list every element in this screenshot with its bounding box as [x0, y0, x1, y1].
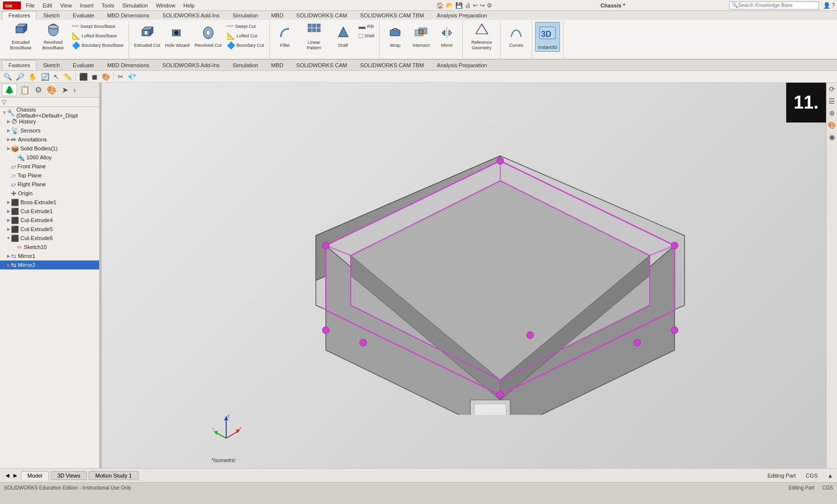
- boundary-cut-button[interactable]: 🔷 Boundary Cut: [225, 41, 266, 50]
- revolved-boss-base-button[interactable]: Revolved Boss/Base: [37, 22, 69, 52]
- tree-item-mirror1[interactable]: ▶ ⇆ Mirror1: [0, 252, 99, 260]
- extruded-boss-base-button[interactable]: Extruded Boss/Base: [5, 22, 36, 52]
- tree-item-cut-extrude4[interactable]: ▶ ⬛ Cut-Extrude4: [0, 216, 99, 225]
- tree-item-sensors[interactable]: ▶ 📡 Sensors: [0, 126, 99, 135]
- draft-button[interactable]: Draft: [331, 22, 356, 52]
- swept-boss-base-button[interactable]: 〰 Swept Boss/Base: [70, 22, 126, 31]
- cut-extrude1-expander[interactable]: ▶: [6, 209, 11, 214]
- print-icon[interactable]: 🖨: [465, 2, 471, 9]
- search-box[interactable]: 🔍: [729, 1, 819, 9]
- ftab-sw-cam-tbm[interactable]: SOLIDWORKS CAM TBM: [354, 60, 430, 70]
- revolved-cut-button[interactable]: Revolved Cut: [193, 22, 224, 52]
- mirror-button[interactable]: Mirror: [434, 22, 459, 52]
- boundary-boss-base-button[interactable]: 🔷 Boundary Boss/Base: [70, 41, 126, 50]
- rp-icon-1[interactable]: ⟳: [828, 84, 836, 95]
- cut-extrude6-expander[interactable]: ▼: [6, 236, 11, 241]
- lofted-boss-base-button[interactable]: 📐 Lofted Boss/Base: [70, 31, 126, 40]
- shell-button[interactable]: □ Shell: [357, 31, 376, 40]
- open-icon[interactable]: 📂: [446, 2, 453, 9]
- appearance-tab[interactable]: 🎨: [45, 84, 59, 96]
- rp-icon-5[interactable]: ◉: [828, 131, 836, 142]
- view-cube-icon[interactable]: ⬛: [78, 72, 89, 82]
- cut-extrude4-expander[interactable]: ▶: [6, 218, 11, 223]
- rp-icon-2[interactable]: ☰: [828, 96, 836, 107]
- tab-3d-views[interactable]: 3D Views: [51, 471, 87, 480]
- swept-cut-button[interactable]: 〰 Swept Cut: [225, 22, 266, 31]
- boss-extrude1-expander[interactable]: ▶: [6, 200, 11, 205]
- menu-view[interactable]: View: [56, 1, 76, 9]
- tree-item-boss-extrude1[interactable]: ▶ ⬛ Boss-Extrude1: [0, 198, 99, 207]
- zoom-to-fit-icon[interactable]: 🔍: [2, 72, 13, 82]
- tree-item-cut-extrude1[interactable]: ▶ ⬛ Cut-Extrude1: [0, 207, 99, 216]
- tab-mbd[interactable]: MBD: [265, 11, 289, 20]
- menu-insert[interactable]: Insert: [76, 1, 98, 9]
- tab-nav-right[interactable]: ▶: [12, 472, 19, 479]
- menu-window[interactable]: Window: [152, 1, 179, 9]
- tree-item-right-plane[interactable]: ▱ Right Plane: [0, 180, 99, 189]
- tree-item-sketch10[interactable]: ✏ Sketch10: [0, 243, 99, 252]
- tree-item-1060alloy[interactable]: 🔩 1060 Alloy: [0, 153, 99, 162]
- rp-icon-3[interactable]: ⊕: [828, 108, 836, 119]
- menu-edit[interactable]: Edit: [39, 1, 56, 9]
- tab-sketch[interactable]: Sketch: [36, 11, 66, 20]
- ftab-mbd-dim[interactable]: MBD Dimensions: [101, 60, 156, 70]
- pan-icon[interactable]: ✋: [27, 72, 38, 82]
- tree-item-mirror2[interactable]: ▶ ⇆ Mirror2: [0, 260, 99, 269]
- help-icon[interactable]: ?: [832, 2, 835, 9]
- tree-root[interactable]: ▼ 🔧 Chassis (Default<<Default>_Displ: [0, 108, 99, 117]
- linear-pattern-button[interactable]: Linear Pattern: [298, 22, 330, 52]
- zoom-icon[interactable]: 🔎: [14, 72, 26, 82]
- ftab-sw-addins[interactable]: SOLIDWORKS Add-Ins: [156, 60, 226, 70]
- menu-simulation[interactable]: Simulation: [119, 1, 152, 9]
- fillet-button[interactable]: Fillet: [273, 22, 297, 52]
- section-view-icon[interactable]: ✂: [116, 72, 125, 82]
- measure-icon[interactable]: 📏: [62, 72, 73, 82]
- ftab-evaluate[interactable]: Evaluate: [66, 60, 101, 70]
- tab-analysis-prep[interactable]: Analysis Preparation: [430, 11, 494, 20]
- undo-icon[interactable]: ↩: [473, 2, 478, 9]
- ftab-mbd[interactable]: MBD: [265, 60, 289, 70]
- units-dropdown[interactable]: ▲: [828, 473, 833, 479]
- ftab-features[interactable]: Features: [2, 60, 36, 70]
- mirror1-expander[interactable]: ▶: [6, 253, 11, 258]
- lofted-cut-button[interactable]: 📐 Lofted Cut: [225, 31, 266, 40]
- tree-item-solid-bodies[interactable]: ▶ 📦 Solid Bodies(1): [0, 144, 99, 153]
- appearance-icon[interactable]: 💎: [126, 72, 138, 82]
- next-tab[interactable]: ›: [71, 85, 78, 96]
- solid-bodies-expander[interactable]: ▶: [6, 146, 11, 151]
- extruded-cut-button[interactable]: Extruded Cut: [132, 22, 162, 52]
- instant3d-button[interactable]: 3D Instant3D: [535, 22, 560, 52]
- rotate-icon[interactable]: 🔄: [39, 72, 51, 82]
- user-icon[interactable]: 👤: [823, 2, 831, 9]
- menu-file[interactable]: File: [22, 1, 39, 9]
- new-icon[interactable]: 🏠: [436, 2, 444, 9]
- tab-motion-study-1[interactable]: Motion Study 1: [89, 471, 138, 480]
- tree-item-annotations[interactable]: ▶ ✏ Annotations: [0, 135, 99, 144]
- 3d-viewport[interactable]: Z X Y *Isometric 11.: [102, 83, 826, 468]
- annotations-expander[interactable]: ▶: [6, 137, 11, 142]
- tab-evaluate[interactable]: Evaluate: [66, 11, 101, 20]
- tab-features[interactable]: Features: [2, 11, 36, 20]
- save-icon[interactable]: 💾: [455, 2, 463, 9]
- curves-button[interactable]: Curves: [504, 22, 529, 52]
- tab-sw-cam-tbm[interactable]: SOLIDWORKS CAM TBM: [354, 11, 430, 20]
- tree-expander[interactable]: ▼: [2, 110, 7, 115]
- menu-tools[interactable]: Tools: [98, 1, 119, 9]
- rp-icon-4[interactable]: 🎨: [827, 120, 837, 130]
- select-icon[interactable]: ↖: [52, 72, 61, 82]
- tab-nav-left[interactable]: ◀: [4, 472, 11, 479]
- tree-item-front-plane[interactable]: ▱ Front Plane: [0, 162, 99, 171]
- tree-item-origin[interactable]: ✛ Origin: [0, 189, 99, 198]
- tree-item-top-plane[interactable]: ▱ Top Plane: [0, 171, 99, 180]
- tab-simulation[interactable]: Simulation: [226, 11, 265, 20]
- rib-button[interactable]: ▬ Rib: [357, 22, 376, 31]
- intersect-button[interactable]: Intersect: [409, 22, 433, 52]
- history-expander[interactable]: ▶: [6, 119, 11, 124]
- tree-item-cut-extrude6[interactable]: ▼ ⬛ Cut-Extrude6: [0, 234, 99, 243]
- property-tab[interactable]: 📋: [18, 84, 32, 96]
- display-icon[interactable]: ◼: [90, 72, 99, 82]
- ftab-sketch[interactable]: Sketch: [36, 60, 66, 70]
- redo-icon[interactable]: ↪: [480, 2, 485, 9]
- ftab-analysis-prep[interactable]: Analysis Preparation: [430, 60, 494, 70]
- config-tab[interactable]: ⚙: [33, 84, 44, 96]
